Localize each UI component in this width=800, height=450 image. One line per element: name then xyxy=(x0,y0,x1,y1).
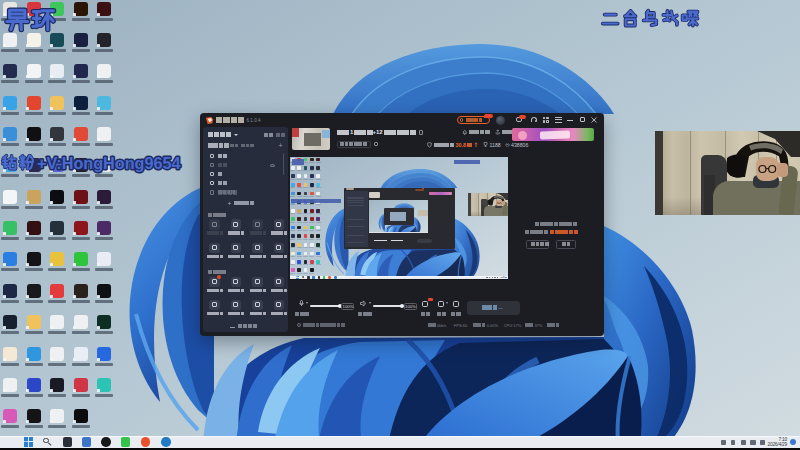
svg-text:+V:HongHong9654: +V:HongHong9654 xyxy=(37,154,180,172)
